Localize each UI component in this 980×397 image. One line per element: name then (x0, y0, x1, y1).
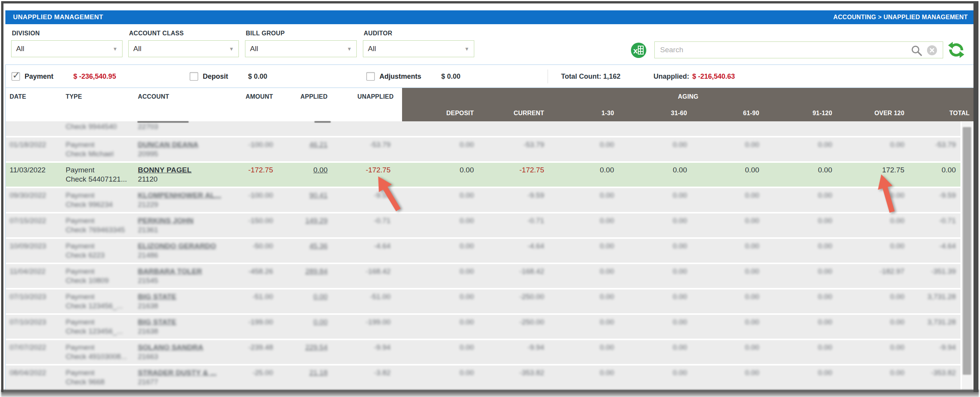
deposit-checkbox[interactable] (190, 72, 198, 81)
table-row[interactable]: Check 9944540 22703 (6, 121, 974, 136)
table-row[interactable]: 07/10/2023 PaymentCheck 123456_... BIG S… (6, 289, 974, 313)
cell-current: -53.79 (478, 137, 549, 161)
table-row[interactable]: 10/09/2023 PaymentCheck 6223 ELIZONDO GE… (6, 239, 974, 263)
account-link[interactable]: DUNCAN DEANA (138, 140, 238, 149)
cell-unapplied: -168.42 (331, 264, 402, 288)
account-link[interactable]: STRADER DUSTY & ... (138, 368, 238, 377)
col-header-over-120[interactable]: OVER 120 (837, 105, 909, 121)
col-header-1-30[interactable]: 1-30 (549, 105, 619, 121)
table-row[interactable]: 01/18/2022 PaymentCheck Michael DUNCAN D… (6, 137, 974, 161)
cell-61-90: 0.00 (692, 188, 764, 212)
account-class-value: All (133, 45, 141, 53)
account-class-dropdown[interactable]: All ▼ (128, 40, 239, 57)
excel-export-icon[interactable]: x (631, 42, 647, 58)
cell-31-60: 0.00 (619, 213, 692, 237)
adjustments-checkbox[interactable] (366, 72, 375, 81)
payment-checkbox[interactable] (12, 72, 20, 81)
table-row[interactable]: 07/10/2023 PaymentCheck 123456_... BIG S… (6, 315, 974, 339)
cell-date: 07/10/2023 (6, 289, 62, 313)
scrollbar-thumb[interactable] (963, 127, 971, 375)
adjustments-filter-group: Adjustments $ 0.00 (366, 65, 460, 88)
refresh-icon[interactable] (948, 41, 965, 58)
cell-91-120: 0.00 (764, 315, 837, 339)
cell-deposit (402, 121, 478, 136)
cell-1-30: 0.00 (549, 366, 619, 389)
applied-link[interactable]: 0.00 (276, 292, 328, 301)
col-header-31-60[interactable]: 31-60 (619, 105, 692, 121)
applied-link[interactable]: 289.84 (276, 267, 328, 276)
clear-circle-icon[interactable] (927, 45, 937, 56)
cell-over-120: 0.00 (837, 289, 909, 313)
col-header-type[interactable]: TYPE (62, 88, 135, 105)
cell-type: PaymentCheck 996234 (62, 188, 135, 212)
col-header-deposit[interactable]: DEPOSIT (402, 105, 478, 121)
cell-unapplied (331, 121, 402, 136)
auditor-dropdown[interactable]: All ▼ (363, 40, 474, 57)
col-header-61-90[interactable]: 61-90 (692, 105, 764, 121)
applied-link[interactable]: 149.29 (276, 216, 328, 225)
division-dropdown[interactable]: All ▼ (11, 40, 122, 57)
table-row[interactable]: 11/04/2022 PaymentCheck 10809 BARBARA TO… (6, 264, 974, 288)
col-header-date[interactable]: DATE (6, 88, 62, 105)
cell-total: -9.59 (909, 188, 960, 212)
title-bar: UNAPPLIED MANAGEMENT ACCOUNTING > UNAPPL… (5, 10, 975, 24)
cell-1-30: 0.00 (549, 315, 619, 339)
cell-61-90: 0.00 (692, 264, 764, 288)
cell-current: -9.94 (478, 340, 549, 364)
account-link[interactable]: KLOMPENHOWER AL... (138, 191, 238, 200)
cell-31-60: 0.00 (619, 366, 692, 389)
applied-link[interactable]: 46.21 (276, 140, 328, 149)
account-link[interactable]: SOLANO SANDRA (138, 343, 238, 352)
cell-current: -250.00 (478, 315, 549, 339)
cell-amount: -458.26 (238, 264, 276, 288)
cell-date: 01/18/2022 (6, 137, 62, 161)
cell-current: -172.75 (478, 163, 549, 187)
col-header-current[interactable]: CURRENT (478, 105, 549, 121)
col-header-amount[interactable]: AMOUNT (238, 88, 276, 105)
cell-applied: 289.84 (276, 264, 331, 288)
col-header-total[interactable]: TOTAL (909, 105, 974, 121)
cell-applied: 45.36 (276, 239, 331, 263)
search-input[interactable] (660, 46, 914, 54)
table-row[interactable]: 11/03/2022 PaymentCheck 54407121... BONN… (6, 163, 974, 187)
payment-label: Payment (25, 73, 53, 81)
vertical-scrollbar[interactable] (962, 122, 972, 391)
table-row[interactable]: 09/30/2022 PaymentCheck 996234 KLOMPENHO… (6, 188, 974, 212)
account-link[interactable]: BARBARA TOLER (138, 267, 238, 276)
account-link[interactable]: BONNY PAGEL (138, 165, 238, 175)
col-header-applied[interactable]: APPLIED (276, 88, 331, 105)
search-box (654, 41, 943, 58)
divider (548, 69, 548, 83)
applied-link[interactable]: 21.18 (276, 368, 328, 377)
cell-91-120: 0.00 (764, 289, 837, 313)
cell-amount: -25.00 (238, 366, 276, 389)
account-link[interactable]: ELIZONDO GERARDO (138, 242, 238, 251)
col-header-account[interactable]: ACCOUNT (135, 88, 238, 105)
breadcrumb[interactable]: ACCOUNTING > UNAPPLIED MANAGEMENT (833, 14, 968, 21)
account-link[interactable]: PERKINS JOHN (138, 216, 238, 225)
cell-1-30: 0.00 (549, 264, 619, 288)
cell-current: -353.82 (478, 366, 549, 389)
window-shadow (1, 390, 979, 397)
table-row[interactable]: 07/15/2022 PaymentCheck 769463345 PERKIN… (6, 213, 974, 237)
table-header: DATE TYPE ACCOUNT AMOUNT APPLIED UNAPPLI… (6, 88, 974, 121)
cell-account: BIG STATE 21638 (135, 289, 238, 313)
bill-group-dropdown[interactable]: All ▼ (245, 40, 357, 57)
col-header-91-120[interactable]: 91-120 (764, 105, 837, 121)
account-link[interactable]: BIG STATE (138, 292, 238, 301)
table-row[interactable]: 08/04/2022 PaymentCheck 9668 STRADER DUS… (6, 366, 974, 389)
magnifier-icon[interactable] (910, 45, 922, 56)
table-row[interactable]: 07/07/2022 PaymentCheck 49103008... SOLA… (6, 340, 974, 364)
applied-link[interactable]: 45.36 (276, 242, 328, 251)
cell-account: SOLANO SANDRA 21663 (135, 340, 238, 364)
chevron-down-icon: ▼ (347, 46, 352, 52)
cell-61-90: 0.00 (692, 366, 764, 389)
cell-1-30 (549, 121, 619, 136)
applied-link[interactable]: 229.54 (276, 343, 328, 352)
chevron-down-icon: ▼ (229, 46, 234, 52)
account-link[interactable]: BIG STATE (138, 318, 238, 327)
applied-link[interactable]: 0.00 (276, 165, 328, 175)
col-header-unapplied[interactable]: UNAPPLIED (331, 88, 402, 105)
applied-link[interactable]: 0.00 (276, 318, 328, 327)
applied-link[interactable]: 90.41 (276, 191, 328, 200)
